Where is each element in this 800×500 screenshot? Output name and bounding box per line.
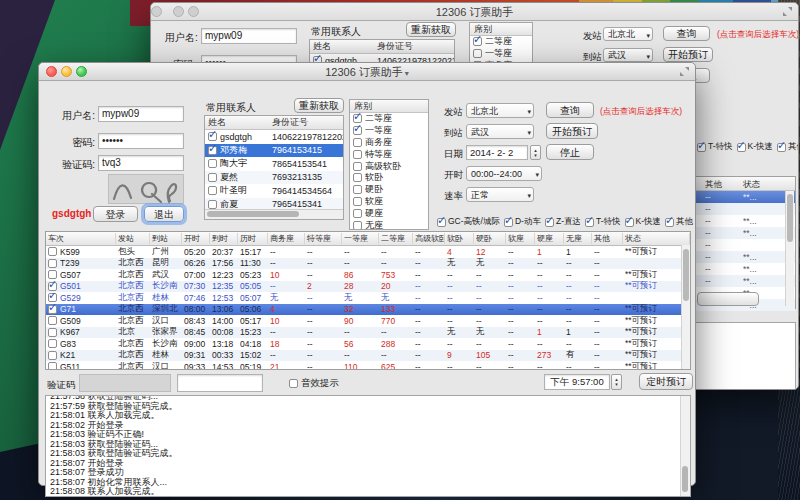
checkbox[interactable] <box>625 218 634 227</box>
checkbox[interactable] <box>48 282 57 291</box>
to-select[interactable]: 武汉▾ <box>603 48 653 62</box>
login-button[interactable]: 登录 <box>93 206 138 222</box>
column-header[interactable]: 软座 <box>506 233 535 244</box>
checkbox[interactable] <box>353 126 362 135</box>
query-button[interactable]: 查询 <box>546 102 594 118</box>
checkbox[interactable] <box>48 293 57 302</box>
checkbox[interactable] <box>353 138 362 147</box>
contact-row[interactable]: gsdgtgh 140622197812202315 <box>205 130 343 144</box>
train-row[interactable]: G83北京西长沙南09:0013:1804:1818--56288-------… <box>46 338 690 350</box>
scrollbar[interactable] <box>785 191 794 306</box>
from-select[interactable]: 北京北▾ <box>466 103 534 118</box>
contact-row[interactable]: 夏然 7693213135 <box>205 171 343 185</box>
checkbox[interactable] <box>353 197 362 206</box>
scrollbar-thumb[interactable] <box>683 249 689 301</box>
password-input[interactable]: •••••• <box>98 133 184 149</box>
logout-button[interactable]: 退出 <box>144 206 184 222</box>
column-header[interactable]: 历时 <box>238 233 268 244</box>
captcha-input[interactable]: tvq3 <box>98 155 184 171</box>
stop-button[interactable]: 停止 <box>546 144 594 160</box>
scrollbar-thumb[interactable] <box>207 211 299 217</box>
captcha-image[interactable] <box>108 174 184 204</box>
scrollbar-thumb[interactable] <box>787 194 793 242</box>
checkbox[interactable] <box>473 49 482 58</box>
column-header[interactable]: 硬座 <box>535 233 564 244</box>
train-type-checkbox[interactable]: K-快速 <box>737 141 774 153</box>
seat-class-item[interactable]: 二等座 <box>470 36 532 48</box>
seat-class-item[interactable]: 商务座 <box>350 137 428 149</box>
checkbox[interactable] <box>353 221 362 230</box>
checkbox[interactable] <box>208 200 217 209</box>
seat-class-item[interactable]: 无座 <box>350 219 428 230</box>
contact-row[interactable]: 叶圣明 796414534564 <box>205 184 343 198</box>
checkbox[interactable] <box>48 339 57 348</box>
checkbox[interactable] <box>48 316 57 325</box>
column-header[interactable]: 硬卧 <box>474 233 506 244</box>
schedule-time-stepper[interactable]: ▴▾ <box>611 374 622 390</box>
rate-select[interactable]: 正常▾ <box>466 187 534 202</box>
checkbox[interactable] <box>289 379 298 388</box>
contact-row[interactable]: 陶大宇 78654153541 <box>205 157 343 171</box>
train-type-checkbox[interactable]: Z-直达 <box>545 216 581 228</box>
train-type-checkbox[interactable]: GC-高铁/城际 <box>437 216 500 228</box>
front-window-titlebar[interactable]: 12306 订票助手▾ <box>39 63 695 81</box>
train-row[interactable]: G529北京西桂林07:4612:5305:07无--无无-----------… <box>46 292 690 304</box>
checkbox[interactable] <box>504 218 513 227</box>
seat-class-item[interactable]: 硬卧 <box>350 184 428 196</box>
seat-class-item[interactable]: 软座 <box>350 196 428 208</box>
column-header[interactable]: 开时 <box>182 233 210 244</box>
depart-time-select[interactable]: 00:00--24:00▾ <box>466 166 542 181</box>
contacts-list[interactable]: 姓名 身份证号 gsdgtgh 140622197812202315 邓秀梅 7… <box>204 115 344 220</box>
train-table[interactable]: 车次发站到站开时到时历时商务座特等座一等座二等座高级软卧软卧硬卧软座硬座无座其他… <box>45 231 691 370</box>
checkbox[interactable] <box>353 150 362 159</box>
column-header[interactable]: 无座 <box>564 233 592 244</box>
checkbox[interactable] <box>48 259 57 268</box>
query-button[interactable]: 查询 <box>663 26 710 41</box>
train-row[interactable]: G501北京西长沙南07:3012:3505:05--22820--------… <box>46 281 690 293</box>
checkbox[interactable] <box>585 218 594 227</box>
checkbox[interactable] <box>208 186 217 195</box>
train-type-checkbox[interactable]: K-快速 <box>625 216 662 228</box>
column-header[interactable]: 到站 <box>150 233 182 244</box>
checkbox[interactable] <box>665 218 674 227</box>
train-type-checkbox[interactable]: T-特快 <box>585 216 621 228</box>
checkbox[interactable] <box>48 247 57 256</box>
checkbox[interactable] <box>48 351 57 360</box>
seat-class-item[interactable]: 高级软卧 <box>350 160 428 172</box>
column-header[interactable]: 一等座 <box>342 233 379 244</box>
column-header[interactable]: 到时 <box>210 233 238 244</box>
horizontal-scrollbar[interactable] <box>205 209 343 219</box>
checkbox[interactable] <box>48 362 57 370</box>
column-header[interactable]: 软卧 <box>445 233 474 244</box>
seat-class-item[interactable]: 硬座 <box>350 207 428 219</box>
column-header[interactable]: 其他 <box>592 233 623 244</box>
resize-icon[interactable] <box>783 7 792 16</box>
column-header[interactable]: 高级软卧 <box>413 233 445 244</box>
checkbox[interactable] <box>437 218 446 227</box>
train-row[interactable]: K599包头广州05:2020:3715:17----------412--11… <box>46 246 690 258</box>
checkbox[interactable] <box>777 143 786 152</box>
refresh-contacts-button[interactable]: 重新获取 <box>406 22 456 37</box>
schedule-button-fragment[interactable] <box>697 292 759 306</box>
back-window-titlebar[interactable]: 12306 订票助手 <box>151 3 798 21</box>
seat-class-list[interactable]: 席别 二等座一等座商务座特等座高级软卧软卧硬卧软座硬座无座 <box>349 99 429 230</box>
train-row[interactable]: G511北京西汉口09:3314:5305:1921--110625------… <box>46 361 690 370</box>
checkbox[interactable] <box>48 328 57 337</box>
train-type-checkbox[interactable]: D-动车 <box>504 216 541 228</box>
checkbox[interactable] <box>208 146 217 155</box>
train-row[interactable]: G507北京西武汉07:0012:2305:2310--86753-------… <box>46 269 690 281</box>
checkbox[interactable] <box>737 143 746 152</box>
sound-toggle[interactable]: 音效提示 <box>289 377 339 390</box>
checkbox[interactable] <box>697 143 706 152</box>
checkbox[interactable] <box>208 132 217 141</box>
column-header[interactable]: 二等座 <box>379 233 413 244</box>
schedule-booking-button[interactable]: 定时预订 <box>639 373 693 390</box>
title-menu-arrow[interactable]: ▾ <box>405 69 409 78</box>
scrollbar[interactable] <box>681 245 690 369</box>
from-select[interactable]: 北京北▾ <box>603 27 653 41</box>
column-header[interactable]: 特等座 <box>305 233 342 244</box>
date-stepper[interactable]: ▴▾ <box>530 145 541 160</box>
train-row[interactable]: T239北京西昆明06:2617:5611:30----------无无----… <box>46 258 690 270</box>
checkbox[interactable] <box>208 173 217 182</box>
seat-class-item[interactable]: 软卧 <box>350 172 428 184</box>
